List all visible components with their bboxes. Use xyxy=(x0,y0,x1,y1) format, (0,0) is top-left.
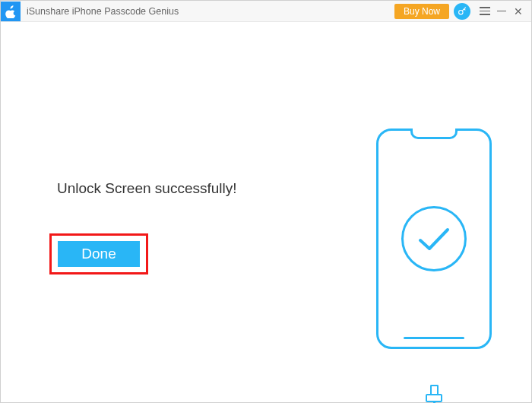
close-button[interactable]: ✕ xyxy=(510,2,527,21)
done-highlight-box: Done xyxy=(49,233,148,274)
success-check-circle xyxy=(401,206,467,271)
app-window: iSunshare iPhone Passcode Genius Buy Now… xyxy=(0,0,532,403)
phone-home-indicator xyxy=(404,337,464,339)
phone-cable xyxy=(426,385,442,403)
close-icon: ✕ xyxy=(514,6,523,17)
content-area: Unlock Screen successfully! Done xyxy=(1,22,531,402)
register-key-button[interactable] xyxy=(454,3,470,20)
buy-now-button[interactable]: Buy Now xyxy=(394,4,449,19)
app-title: iSunshare iPhone Passcode Genius xyxy=(27,6,179,17)
phone-notch xyxy=(410,129,458,139)
app-logo xyxy=(1,2,21,21)
phone-illustration xyxy=(376,129,492,387)
minimize-button[interactable] xyxy=(493,2,510,21)
done-button[interactable]: Done xyxy=(58,241,140,267)
phone-outline xyxy=(376,129,492,349)
success-message: Unlock Screen successfully! xyxy=(57,180,237,197)
svg-point-0 xyxy=(458,10,462,14)
key-icon xyxy=(458,6,467,16)
titlebar: iSunshare iPhone Passcode Genius Buy Now… xyxy=(1,1,531,22)
menu-button[interactable] xyxy=(477,2,493,21)
checkmark-icon xyxy=(416,224,452,254)
minimize-icon xyxy=(497,11,506,12)
apple-icon xyxy=(5,5,17,18)
menu-icon xyxy=(480,7,490,15)
